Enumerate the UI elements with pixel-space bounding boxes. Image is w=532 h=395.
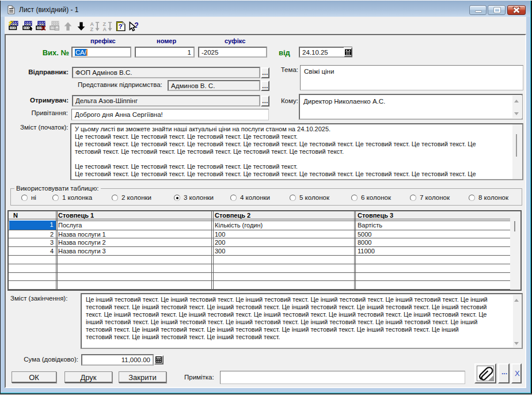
svg-text:?: ?	[134, 21, 138, 29]
svg-text:?: ?	[119, 23, 123, 30]
svg-text:A: A	[103, 26, 107, 31]
svg-text:Z: Z	[90, 26, 94, 31]
